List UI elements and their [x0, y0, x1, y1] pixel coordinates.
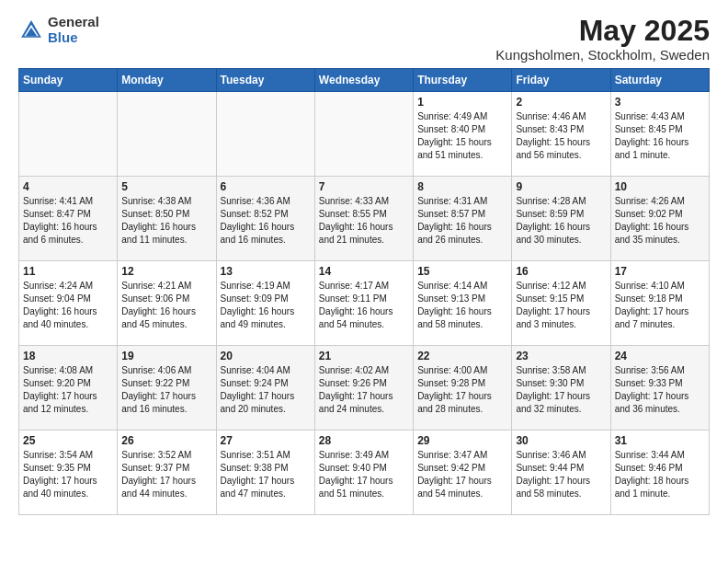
calendar-cell [314, 92, 413, 177]
logo-blue-text: Blue [48, 30, 99, 46]
calendar-cell: 28Sunrise: 3:49 AMSunset: 9:40 PMDayligh… [314, 431, 413, 515]
calendar-cell: 30Sunrise: 3:46 AMSunset: 9:44 PMDayligh… [512, 431, 610, 515]
day-number: 10 [615, 180, 705, 193]
day-info: Sunrise: 4:46 AMSunset: 8:43 PMDaylight:… [516, 110, 606, 162]
day-info: Sunrise: 4:08 AMSunset: 9:20 PMDaylight:… [23, 364, 113, 416]
day-number: 24 [615, 350, 705, 362]
day-header-wednesday: Wednesday [314, 69, 413, 92]
calendar-cell: 22Sunrise: 4:00 AMSunset: 9:28 PMDayligh… [414, 346, 512, 431]
day-number: 3 [615, 96, 705, 109]
day-info: Sunrise: 3:56 AMSunset: 9:33 PMDaylight:… [615, 364, 705, 416]
day-number: 9 [516, 180, 606, 193]
calendar-cell: 26Sunrise: 3:52 AMSunset: 9:37 PMDayligh… [118, 431, 216, 515]
day-info: Sunrise: 4:26 AMSunset: 9:02 PMDaylight:… [615, 195, 705, 247]
day-number: 25 [23, 434, 113, 447]
header: General Blue May 2025 Kungsholmen, Stock… [18, 15, 710, 63]
header-row: SundayMondayTuesdayWednesdayThursdayFrid… [19, 69, 710, 92]
week-row-4: 25Sunrise: 3:54 AMSunset: 9:35 PMDayligh… [19, 431, 710, 515]
day-info: Sunrise: 4:02 AMSunset: 9:26 PMDaylight:… [319, 364, 409, 416]
calendar-cell [216, 92, 314, 177]
day-number: 31 [615, 434, 705, 447]
day-info: Sunrise: 4:12 AMSunset: 9:15 PMDaylight:… [516, 280, 606, 331]
calendar-cell: 31Sunrise: 3:44 AMSunset: 9:46 PMDayligh… [610, 431, 709, 515]
day-number: 22 [417, 350, 507, 362]
day-number: 11 [23, 265, 113, 278]
calendar-cell: 25Sunrise: 3:54 AMSunset: 9:35 PMDayligh… [19, 431, 118, 515]
day-number: 6 [221, 180, 311, 193]
calendar-cell: 2Sunrise: 4:46 AMSunset: 8:43 PMDaylight… [512, 92, 610, 177]
day-info: Sunrise: 3:54 AMSunset: 9:35 PMDaylight:… [23, 449, 113, 500]
title-block: May 2025 Kungsholmen, Stockholm, Sweden [495, 15, 710, 63]
day-number: 17 [615, 265, 705, 278]
day-header-friday: Friday [512, 69, 610, 92]
day-info: Sunrise: 3:51 AMSunset: 9:38 PMDaylight:… [221, 449, 311, 500]
day-info: Sunrise: 4:24 AMSunset: 9:04 PMDaylight:… [23, 280, 113, 331]
calendar-cell: 6Sunrise: 4:36 AMSunset: 8:52 PMDaylight… [216, 177, 314, 261]
calendar-cell: 17Sunrise: 4:10 AMSunset: 9:18 PMDayligh… [610, 261, 709, 346]
location-title: Kungsholmen, Stockholm, Sweden [495, 47, 710, 63]
calendar-cell: 10Sunrise: 4:26 AMSunset: 9:02 PMDayligh… [610, 177, 709, 261]
day-number: 26 [121, 434, 211, 447]
calendar-cell: 18Sunrise: 4:08 AMSunset: 9:20 PMDayligh… [19, 346, 118, 431]
calendar-cell: 15Sunrise: 4:14 AMSunset: 9:13 PMDayligh… [414, 261, 512, 346]
day-header-thursday: Thursday [414, 69, 512, 92]
day-info: Sunrise: 4:33 AMSunset: 8:55 PMDaylight:… [319, 195, 409, 247]
calendar-cell: 8Sunrise: 4:31 AMSunset: 8:57 PMDaylight… [414, 177, 512, 261]
calendar-cell: 29Sunrise: 3:47 AMSunset: 9:42 PMDayligh… [414, 431, 512, 515]
day-info: Sunrise: 4:10 AMSunset: 9:18 PMDaylight:… [615, 280, 705, 331]
calendar-cell [19, 92, 118, 177]
day-number: 27 [221, 434, 311, 447]
day-number: 13 [221, 265, 311, 278]
day-number: 18 [23, 350, 113, 362]
day-info: Sunrise: 3:47 AMSunset: 9:42 PMDaylight:… [417, 449, 507, 500]
calendar-cell: 20Sunrise: 4:04 AMSunset: 9:24 PMDayligh… [216, 346, 314, 431]
day-number: 7 [319, 180, 409, 193]
day-info: Sunrise: 4:41 AMSunset: 8:47 PMDaylight:… [23, 195, 113, 247]
day-info: Sunrise: 4:00 AMSunset: 9:28 PMDaylight:… [417, 364, 507, 416]
day-info: Sunrise: 3:46 AMSunset: 9:44 PMDaylight:… [516, 449, 606, 500]
day-info: Sunrise: 4:19 AMSunset: 9:09 PMDaylight:… [221, 280, 311, 331]
week-row-3: 18Sunrise: 4:08 AMSunset: 9:20 PMDayligh… [19, 346, 710, 431]
day-info: Sunrise: 4:14 AMSunset: 9:13 PMDaylight:… [417, 280, 507, 331]
calendar-cell: 21Sunrise: 4:02 AMSunset: 9:26 PMDayligh… [314, 346, 413, 431]
day-header-saturday: Saturday [610, 69, 709, 92]
month-title: May 2025 [495, 15, 710, 47]
day-number: 5 [121, 180, 211, 193]
day-header-sunday: Sunday [19, 69, 118, 92]
day-info: Sunrise: 3:52 AMSunset: 9:37 PMDaylight:… [121, 449, 211, 500]
day-info: Sunrise: 4:31 AMSunset: 8:57 PMDaylight:… [417, 195, 507, 247]
calendar-cell: 5Sunrise: 4:38 AMSunset: 8:50 PMDaylight… [118, 177, 216, 261]
day-number: 1 [417, 96, 507, 109]
day-number: 4 [23, 180, 113, 193]
day-number: 30 [516, 434, 606, 447]
day-info: Sunrise: 4:21 AMSunset: 9:06 PMDaylight:… [121, 280, 211, 331]
day-number: 29 [417, 434, 507, 447]
calendar-cell: 12Sunrise: 4:21 AMSunset: 9:06 PMDayligh… [118, 261, 216, 346]
day-info: Sunrise: 4:49 AMSunset: 8:40 PMDaylight:… [417, 110, 507, 162]
day-number: 16 [516, 265, 606, 278]
calendar-cell: 11Sunrise: 4:24 AMSunset: 9:04 PMDayligh… [19, 261, 118, 346]
day-info: Sunrise: 4:36 AMSunset: 8:52 PMDaylight:… [221, 195, 311, 247]
logo: General Blue [18, 15, 99, 45]
calendar-cell: 16Sunrise: 4:12 AMSunset: 9:15 PMDayligh… [512, 261, 610, 346]
calendar-cell: 24Sunrise: 3:56 AMSunset: 9:33 PMDayligh… [610, 346, 709, 431]
day-info: Sunrise: 4:17 AMSunset: 9:11 PMDaylight:… [319, 280, 409, 331]
week-row-1: 4Sunrise: 4:41 AMSunset: 8:47 PMDaylight… [19, 177, 710, 261]
day-info: Sunrise: 3:44 AMSunset: 9:46 PMDaylight:… [615, 449, 705, 500]
day-number: 21 [319, 350, 409, 362]
day-info: Sunrise: 4:28 AMSunset: 8:59 PMDaylight:… [516, 195, 606, 247]
day-info: Sunrise: 4:38 AMSunset: 8:50 PMDaylight:… [121, 195, 211, 247]
day-header-monday: Monday [118, 69, 216, 92]
day-info: Sunrise: 3:58 AMSunset: 9:30 PMDaylight:… [516, 364, 606, 416]
logo-general-text: General [48, 15, 99, 30]
logo-icon [18, 17, 44, 43]
day-number: 19 [121, 350, 211, 362]
calendar-cell: 27Sunrise: 3:51 AMSunset: 9:38 PMDayligh… [216, 431, 314, 515]
day-number: 14 [319, 265, 409, 278]
day-number: 28 [319, 434, 409, 447]
day-number: 23 [516, 350, 606, 362]
week-row-2: 11Sunrise: 4:24 AMSunset: 9:04 PMDayligh… [19, 261, 710, 346]
calendar-cell: 4Sunrise: 4:41 AMSunset: 8:47 PMDaylight… [19, 177, 118, 261]
day-header-tuesday: Tuesday [216, 69, 314, 92]
day-number: 20 [221, 350, 311, 362]
